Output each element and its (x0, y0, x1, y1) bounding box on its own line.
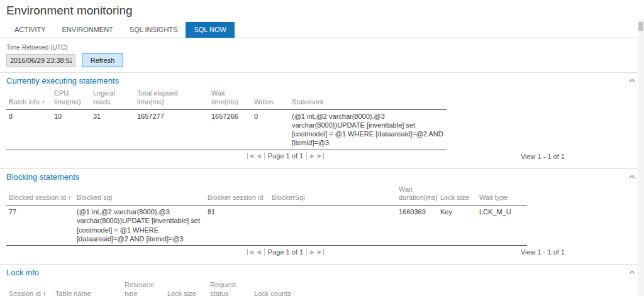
sort-ascending-icon: ↑ (68, 194, 72, 201)
column-header[interactable]: Wait time(ms) (209, 87, 252, 109)
column-header[interactable]: Wait type (477, 183, 527, 206)
column-header[interactable]: Request status (208, 278, 252, 296)
last-page-icon[interactable]: ▶ (318, 153, 324, 159)
section-lock-info: Lock info Session id↑Table nameResource … (0, 264, 644, 296)
table-cell: 10 (52, 109, 91, 150)
column-header[interactable]: Resource type (122, 278, 165, 296)
lock-info-table: Session id↑Table nameResource typeLock s… (6, 278, 296, 296)
blocking-statements-table: Blocked session id↑Blocked sqlBlocker se… (6, 183, 527, 246)
tab-sql-now[interactable]: SQL NOW (186, 22, 235, 38)
column-header[interactable]: Lock size (438, 183, 477, 206)
page-indicator: Page 1 of 1 (268, 152, 303, 160)
table-cell (269, 206, 396, 246)
last-page-icon[interactable]: ▶ (318, 249, 324, 255)
table-cell: 0 (252, 109, 289, 150)
table-cell: Key (438, 206, 477, 246)
table-cell: 81 (205, 206, 269, 246)
table-cell: LCK_M_U (477, 206, 527, 246)
table-cell: 1657266 (209, 109, 252, 150)
next-page-icon[interactable]: ▶ (310, 249, 314, 255)
table-cell: (@1 int,@2 varchar(8000),@3 varchar(8000… (289, 109, 447, 150)
tab-activity[interactable]: ACTIVITY (6, 22, 54, 38)
prev-page-icon[interactable]: ◀ (257, 153, 261, 159)
tab-sql-insights[interactable]: SQL INSIGHTS (121, 22, 186, 38)
column-header[interactable]: Blocker session id (205, 183, 269, 206)
collapse-icon[interactable] (630, 175, 635, 180)
table-row[interactable]: 77(@1 int,@2 varchar(8000),@3 varchar(80… (6, 206, 527, 246)
collapse-icon[interactable] (630, 271, 635, 276)
page-title: Environment monitoring (6, 4, 644, 18)
column-header[interactable]: Lock counts (252, 278, 296, 296)
table-cell: (@1 int,@2 varchar(8000),@3 varchar(8000… (74, 206, 205, 246)
vertical-scrollbar[interactable] (638, 19, 644, 296)
page-indicator: Page 1 of 1 (268, 248, 303, 256)
pager-separator (306, 152, 307, 160)
next-page-icon[interactable]: ▶ (310, 153, 314, 159)
table-cell: 8 (6, 109, 52, 150)
tab-bar: ACTIVITY ENVIRONMENT SQL INSIGHTS SQL NO… (0, 22, 644, 38)
executing-statements-table: Batch info↑CPU time(ms)Logical readsTota… (6, 87, 447, 150)
pagination: ◀ ◀ Page 1 of 1 ▶ ▶ View 1 - 1 of 1 (6, 152, 565, 163)
section-title-currently-executing: Currently executing statements (6, 76, 119, 85)
section-title-lock-info: Lock info (6, 268, 39, 277)
sort-ascending-icon: ↑ (42, 98, 45, 106)
column-header[interactable]: Lock size (165, 278, 208, 296)
first-page-icon[interactable]: ◀ (247, 249, 253, 255)
column-header[interactable]: Blocked session id↑ (6, 183, 74, 206)
table-cell: 1660369 (396, 206, 438, 246)
column-header[interactable]: Table name (53, 278, 122, 296)
tab-environment[interactable]: ENVIRONMENT (54, 22, 121, 38)
column-header[interactable]: Logical reads (91, 87, 135, 109)
column-header[interactable]: Blocked sql (74, 183, 205, 206)
column-header[interactable]: CPU time(ms) (52, 87, 91, 109)
view-range-label: View 1 - 1 of 1 (521, 153, 565, 160)
table-cell: 77 (6, 206, 74, 246)
table-row[interactable]: 81031165727716572660(@1 int,@2 varchar(8… (6, 109, 447, 150)
pager-separator (264, 152, 265, 160)
refresh-button[interactable]: Refresh (82, 53, 123, 67)
column-header[interactable]: BlockerSql (269, 183, 396, 206)
column-header[interactable]: Wait duration(ms) (396, 183, 438, 206)
sort-ascending-icon: ↑ (43, 290, 47, 296)
prev-page-icon[interactable]: ◀ (257, 249, 261, 255)
column-header[interactable]: Writes (252, 87, 289, 109)
collapse-icon[interactable] (630, 79, 635, 84)
time-retrieved-label: Time Retrieved (UTC) (6, 44, 644, 51)
column-header[interactable]: Total elapsed time(ms) (135, 87, 209, 109)
column-header[interactable]: Batch info↑ (6, 87, 52, 109)
section-blocking-statements: Blocking statements Blocked session id↑B… (0, 168, 644, 260)
pager-separator (306, 248, 307, 256)
view-range-label: View 1 - 1 of 1 (521, 248, 565, 256)
section-currently-executing: Currently executing statements Batch inf… (0, 72, 644, 163)
scrollbar-thumb[interactable] (638, 22, 643, 31)
toolbar: Time Retrieved (UTC) Refresh (6, 44, 644, 67)
column-header[interactable]: Session id↑ (6, 278, 53, 296)
table-cell: 1657277 (135, 109, 209, 150)
time-retrieved-input[interactable] (6, 54, 75, 67)
column-header[interactable]: Statement (289, 87, 447, 109)
first-page-icon[interactable]: ◀ (247, 153, 253, 159)
pager-separator (264, 248, 265, 256)
pagination: ◀ ◀ Page 1 of 1 ▶ ▶ View 1 - 1 of 1 (6, 248, 565, 259)
section-title-blocking-statements: Blocking statements (6, 172, 79, 182)
table-cell: 31 (91, 109, 135, 150)
